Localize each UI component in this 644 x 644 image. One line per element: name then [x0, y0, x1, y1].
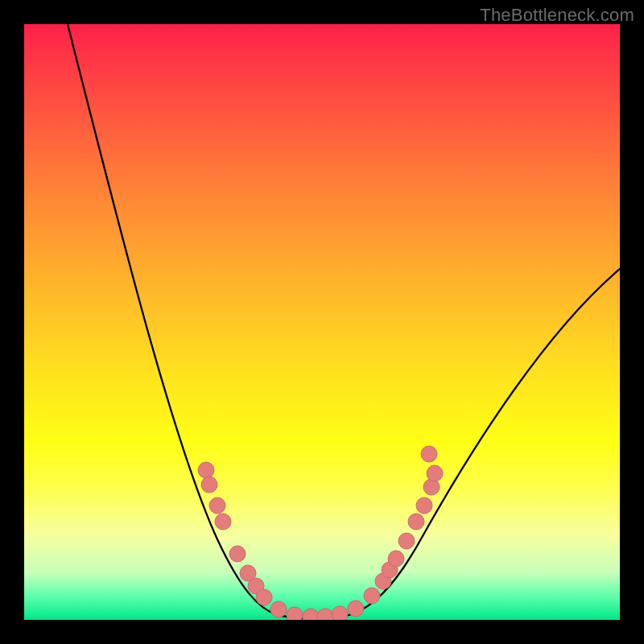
curve-marker [198, 462, 214, 478]
chart-plot-area [24, 24, 620, 620]
curve-marker [416, 497, 432, 514]
curve-marker [201, 477, 217, 493]
marker-layer [198, 446, 443, 620]
curve-marker [364, 588, 380, 604]
curve-marker [408, 514, 424, 530]
curve-marker [270, 601, 287, 617]
curve-marker [348, 601, 364, 617]
chart-svg [24, 24, 620, 620]
v-curve-line [68, 24, 620, 619]
curve-marker [256, 589, 272, 605]
watermark-text: TheBottleneck.com [480, 5, 634, 26]
curve-marker [229, 546, 246, 562]
curve-marker [209, 497, 225, 514]
curve-marker [398, 533, 415, 549]
curve-marker [215, 514, 231, 530]
curve-marker [332, 606, 348, 620]
curve-marker [421, 446, 437, 462]
curve-marker [427, 465, 443, 481]
curve-marker [317, 609, 333, 620]
curve-marker [303, 609, 319, 620]
curve-marker [287, 607, 303, 620]
curve-marker [388, 551, 404, 567]
